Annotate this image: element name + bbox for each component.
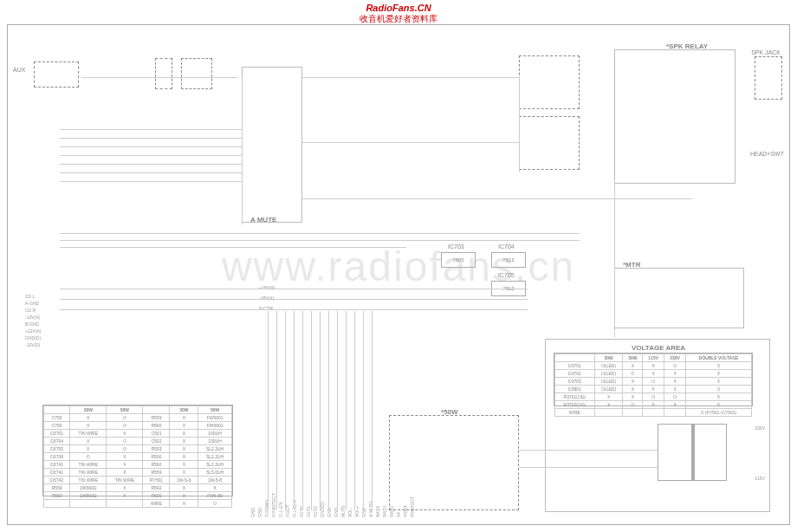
main-ic-block	[242, 67, 302, 223]
table-cell: O	[643, 378, 664, 386]
table-cell: 1W560Ω	[70, 492, 107, 500]
trace-line	[242, 77, 243, 224]
table-cell: R559	[44, 484, 70, 492]
table-cell	[44, 500, 70, 508]
table-cell: R500	[143, 453, 170, 461]
table-cell: TIN WIRE	[107, 477, 143, 484]
table-cell	[664, 409, 686, 417]
ic705-label: IC705	[498, 272, 515, 278]
bottom-pin-label: GND	[361, 493, 366, 517]
table-cell: X	[70, 414, 107, 422]
trace-line	[60, 233, 580, 234]
table-header-cell: 230V	[664, 354, 686, 362]
table-cell: X	[70, 422, 107, 430]
table-row: D3708OXR500XSL2.2UH	[44, 453, 232, 461]
table-cell: 100UH	[198, 438, 232, 445]
table-cell: X	[107, 453, 143, 461]
table-cell: R3702(OΩ)	[555, 401, 595, 409]
table-cell: X	[686, 401, 752, 409]
table-cell: X	[107, 430, 143, 438]
table-row: D3705XOR553XSL2.2UH	[44, 445, 232, 453]
table-cell: D3704	[44, 438, 70, 445]
table-row: D3801O(LED)XXXO	[555, 386, 752, 393]
table-cell: D3702	[555, 370, 595, 378]
table-cell: O	[107, 422, 143, 430]
table-cell: 1W560Ω	[70, 484, 107, 492]
table-cell: RY501	[143, 477, 170, 484]
table-cell: X	[170, 445, 198, 453]
table-row: R3701(OΩ)XXOOX	[555, 393, 752, 401]
table-row: R3702(OΩ)XOXXX	[555, 401, 752, 409]
table-cell: X	[170, 430, 198, 438]
trace-line	[372, 311, 373, 510]
table-row: D3742TIN WIRETIN WIRERY5011M-S-61M-5-8	[44, 477, 232, 484]
trace-line	[60, 181, 242, 182]
p12v-a-label: +12V(A)	[25, 328, 41, 334]
table-header-cell	[555, 354, 595, 362]
table-cell: D3701	[44, 430, 70, 438]
voltage-area-label: VOLTAGE AREA	[632, 344, 685, 352]
table-row: WIREXO	[44, 500, 232, 508]
table-cell: SL2.2UH	[198, 445, 232, 453]
table-cell: X	[70, 445, 107, 453]
table-cell: C502	[143, 438, 170, 445]
table-cell	[70, 500, 107, 508]
table-cell: 1M-S-6	[170, 477, 198, 484]
a-mute-label: A MUTE	[250, 216, 276, 224]
table-cell: O(LED)	[594, 378, 623, 386]
table-header-cell: 30W	[170, 406, 198, 414]
trace-line	[519, 450, 658, 451]
trace-line	[60, 146, 242, 147]
table-cell: X	[664, 370, 686, 378]
table-cell: X	[170, 453, 198, 461]
table-cell: O	[107, 438, 143, 445]
table-cell: R560	[143, 461, 170, 469]
trace-line	[354, 311, 355, 510]
table-cell: X	[170, 461, 198, 469]
table-row: C760XOR560XFW5601	[44, 422, 232, 430]
aux-connector-block	[34, 62, 79, 88]
spk-jack-label: SPK JACK	[751, 49, 781, 55]
trace-line	[60, 240, 580, 241]
ic703-value: 7805	[452, 257, 463, 263]
table-cell: TIN WIRE	[70, 461, 107, 469]
b-gnd-label: B-GND	[25, 321, 39, 327]
mtr-block	[614, 268, 744, 328]
bottom-pin-label: KEY2	[313, 493, 318, 517]
table-row: D3701TIN WIREXC501X100UH	[44, 430, 232, 438]
ic704-block: 7812	[491, 252, 526, 268]
table-header-cell: 50W	[198, 406, 232, 414]
table-header-cell: DOUBLE VOLTAGE	[686, 354, 752, 362]
bottom-pin-label: A-MUTE	[368, 493, 373, 517]
table-cell: X	[107, 492, 143, 500]
bottom-pin-label: BASS	[375, 493, 380, 517]
amp-block-2	[519, 116, 580, 170]
table-row: R5591W560ΩXR502XX	[44, 484, 232, 492]
spk-jack-block	[755, 56, 782, 100]
trace-line	[60, 309, 528, 310]
table-cell: D3741	[44, 469, 70, 477]
table-cell: D3801	[555, 386, 595, 393]
fifty-w-label: *50W	[441, 408, 458, 416]
voltage-table: 30W50W115V230VDOUBLE VOLTAGE D3701O(LED)…	[554, 353, 753, 406]
table-cell: X	[664, 401, 686, 409]
n12v-d-label: -12V(D)	[25, 342, 41, 347]
table-cell	[594, 409, 623, 417]
table-cell: SL5.0UH	[198, 469, 232, 477]
table-cell: TIN WIRE	[70, 469, 107, 477]
table-row: D3703O(LED)XOXX	[555, 378, 752, 386]
table-cell: D3705	[44, 445, 70, 453]
table-cell	[643, 409, 664, 417]
trace-line	[311, 311, 312, 510]
aux-label: AUX	[13, 67, 25, 73]
trace-line	[276, 311, 277, 510]
table-cell: FW5601	[198, 414, 232, 422]
table-header-cell: 50W	[623, 354, 643, 362]
voltage-table-content: 30W50W115V230VDOUBLE VOLTAGE D3701O(LED)…	[554, 354, 752, 417]
table-header-cell: 50W	[107, 406, 143, 414]
schematic-border: AUX *SPK RELAY SPK JACK HEAD+SWT *MTR 78…	[7, 24, 790, 525]
gnd-d-label: GND(D)	[25, 335, 41, 341]
trace-line	[268, 311, 269, 510]
bottom-pin-label: VOL-	[347, 493, 353, 517]
ic703-label: IC703	[448, 243, 464, 250]
